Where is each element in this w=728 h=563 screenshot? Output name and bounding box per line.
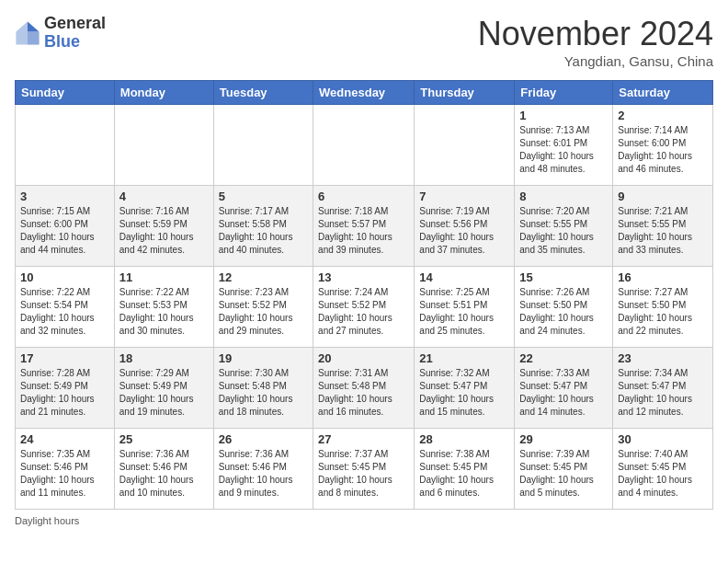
day-info: Sunrise: 7:31 AM Sunset: 5:48 PM Dayligh… bbox=[318, 367, 409, 419]
day-number: 5 bbox=[219, 190, 308, 203]
table-row: 6Sunrise: 7:18 AM Sunset: 5:57 PM Daylig… bbox=[313, 186, 415, 267]
daylight-label: Daylight hours bbox=[15, 515, 79, 526]
day-number: 16 bbox=[618, 270, 708, 284]
col-thursday: Thursday bbox=[415, 81, 515, 105]
table-row: 18Sunrise: 7:29 AM Sunset: 5:49 PM Dayli… bbox=[114, 348, 213, 429]
table-row: 15Sunrise: 7:26 AM Sunset: 5:50 PM Dayli… bbox=[515, 267, 613, 348]
table-row bbox=[415, 105, 515, 186]
table-row bbox=[313, 105, 415, 186]
day-number: 18 bbox=[119, 351, 209, 365]
calendar-header-row: Sunday Monday Tuesday Wednesday Thursday… bbox=[16, 81, 713, 105]
table-row: 25Sunrise: 7:36 AM Sunset: 5:46 PM Dayli… bbox=[114, 429, 213, 510]
day-number: 12 bbox=[219, 270, 308, 284]
day-number: 20 bbox=[318, 351, 409, 365]
day-info: Sunrise: 7:22 AM Sunset: 5:54 PM Dayligh… bbox=[20, 286, 109, 338]
table-row: 29Sunrise: 7:39 AM Sunset: 5:45 PM Dayli… bbox=[515, 429, 613, 510]
day-number: 7 bbox=[419, 190, 509, 203]
logo-general: General bbox=[44, 14, 106, 32]
day-number: 14 bbox=[419, 270, 509, 284]
day-number: 17 bbox=[20, 351, 109, 365]
col-tuesday: Tuesday bbox=[213, 81, 313, 105]
day-number: 29 bbox=[519, 432, 608, 446]
table-row: 27Sunrise: 7:37 AM Sunset: 5:45 PM Dayli… bbox=[313, 429, 415, 510]
logo: General Blue bbox=[15, 15, 106, 52]
day-info: Sunrise: 7:21 AM Sunset: 5:55 PM Dayligh… bbox=[618, 205, 708, 257]
table-row: 11Sunrise: 7:22 AM Sunset: 5:53 PM Dayli… bbox=[114, 267, 213, 348]
day-info: Sunrise: 7:22 AM Sunset: 5:53 PM Dayligh… bbox=[119, 286, 209, 338]
title-section: November 2024 Yangdian, Gansu, China bbox=[478, 15, 713, 69]
day-info: Sunrise: 7:40 AM Sunset: 5:45 PM Dayligh… bbox=[618, 448, 708, 500]
table-row: 17Sunrise: 7:28 AM Sunset: 5:49 PM Dayli… bbox=[16, 348, 115, 429]
table-row: 21Sunrise: 7:32 AM Sunset: 5:47 PM Dayli… bbox=[415, 348, 515, 429]
table-row: 8Sunrise: 7:20 AM Sunset: 5:55 PM Daylig… bbox=[515, 186, 613, 267]
day-info: Sunrise: 7:24 AM Sunset: 5:52 PM Dayligh… bbox=[318, 286, 409, 338]
day-info: Sunrise: 7:17 AM Sunset: 5:58 PM Dayligh… bbox=[219, 205, 308, 257]
day-number: 19 bbox=[219, 351, 308, 365]
day-info: Sunrise: 7:30 AM Sunset: 5:48 PM Dayligh… bbox=[219, 367, 308, 419]
day-number: 27 bbox=[318, 432, 409, 446]
table-row: 5Sunrise: 7:17 AM Sunset: 5:58 PM Daylig… bbox=[213, 186, 313, 267]
day-info: Sunrise: 7:34 AM Sunset: 5:47 PM Dayligh… bbox=[618, 367, 708, 419]
calendar-week-row: 10Sunrise: 7:22 AM Sunset: 5:54 PM Dayli… bbox=[16, 267, 713, 348]
day-info: Sunrise: 7:37 AM Sunset: 5:45 PM Dayligh… bbox=[318, 448, 409, 500]
day-number: 26 bbox=[219, 432, 308, 446]
day-info: Sunrise: 7:29 AM Sunset: 5:49 PM Dayligh… bbox=[119, 367, 209, 419]
table-row: 28Sunrise: 7:38 AM Sunset: 5:45 PM Dayli… bbox=[415, 429, 515, 510]
table-row: 9Sunrise: 7:21 AM Sunset: 5:55 PM Daylig… bbox=[613, 186, 713, 267]
table-row: 20Sunrise: 7:31 AM Sunset: 5:48 PM Dayli… bbox=[313, 348, 415, 429]
table-row: 12Sunrise: 7:23 AM Sunset: 5:52 PM Dayli… bbox=[213, 267, 313, 348]
svg-marker-2 bbox=[16, 21, 28, 44]
day-info: Sunrise: 7:38 AM Sunset: 5:45 PM Dayligh… bbox=[419, 448, 509, 500]
col-sunday: Sunday bbox=[16, 81, 115, 105]
logo-icon bbox=[15, 20, 40, 46]
table-row: 3Sunrise: 7:15 AM Sunset: 6:00 PM Daylig… bbox=[16, 186, 115, 267]
day-number: 8 bbox=[519, 190, 608, 203]
day-info: Sunrise: 7:36 AM Sunset: 5:46 PM Dayligh… bbox=[119, 448, 209, 500]
day-info: Sunrise: 7:15 AM Sunset: 6:00 PM Dayligh… bbox=[20, 205, 109, 257]
calendar-week-row: 1Sunrise: 7:13 AM Sunset: 6:01 PM Daylig… bbox=[16, 105, 713, 186]
table-row: 1Sunrise: 7:13 AM Sunset: 6:01 PM Daylig… bbox=[515, 105, 613, 186]
table-row: 22Sunrise: 7:33 AM Sunset: 5:47 PM Dayli… bbox=[515, 348, 613, 429]
table-row bbox=[213, 105, 313, 186]
calendar-week-row: 24Sunrise: 7:35 AM Sunset: 5:46 PM Dayli… bbox=[16, 429, 713, 510]
day-info: Sunrise: 7:23 AM Sunset: 5:52 PM Dayligh… bbox=[219, 286, 308, 338]
table-row: 4Sunrise: 7:16 AM Sunset: 5:59 PM Daylig… bbox=[114, 186, 213, 267]
table-row: 13Sunrise: 7:24 AM Sunset: 5:52 PM Dayli… bbox=[313, 267, 415, 348]
day-number: 24 bbox=[20, 432, 109, 446]
day-number: 21 bbox=[419, 351, 509, 365]
day-number: 2 bbox=[618, 109, 708, 122]
calendar-table: Sunday Monday Tuesday Wednesday Thursday… bbox=[15, 80, 713, 510]
table-row bbox=[16, 105, 115, 186]
footer: Daylight hours bbox=[15, 515, 713, 526]
col-saturday: Saturday bbox=[613, 81, 713, 105]
table-row: 14Sunrise: 7:25 AM Sunset: 5:51 PM Dayli… bbox=[415, 267, 515, 348]
day-info: Sunrise: 7:39 AM Sunset: 5:45 PM Dayligh… bbox=[519, 448, 608, 500]
svg-marker-0 bbox=[28, 21, 40, 31]
day-info: Sunrise: 7:36 AM Sunset: 5:46 PM Dayligh… bbox=[219, 448, 308, 500]
day-number: 22 bbox=[519, 351, 608, 365]
calendar-week-row: 17Sunrise: 7:28 AM Sunset: 5:49 PM Dayli… bbox=[16, 348, 713, 429]
table-row: 24Sunrise: 7:35 AM Sunset: 5:46 PM Dayli… bbox=[16, 429, 115, 510]
svg-marker-1 bbox=[28, 31, 40, 44]
col-friday: Friday bbox=[515, 81, 613, 105]
day-number: 4 bbox=[119, 190, 209, 203]
day-info: Sunrise: 7:27 AM Sunset: 5:50 PM Dayligh… bbox=[618, 286, 708, 338]
day-number: 1 bbox=[519, 109, 608, 122]
col-monday: Monday bbox=[114, 81, 213, 105]
day-number: 11 bbox=[119, 270, 209, 284]
month-title: November 2024 bbox=[478, 15, 713, 53]
day-number: 3 bbox=[20, 190, 109, 203]
day-info: Sunrise: 7:13 AM Sunset: 6:01 PM Dayligh… bbox=[519, 124, 608, 176]
page-header: General Blue November 2024 Yangdian, Gan… bbox=[15, 15, 713, 69]
day-info: Sunrise: 7:18 AM Sunset: 5:57 PM Dayligh… bbox=[318, 205, 409, 257]
day-info: Sunrise: 7:14 AM Sunset: 6:00 PM Dayligh… bbox=[618, 124, 708, 176]
location: Yangdian, Gansu, China bbox=[478, 53, 713, 69]
day-number: 13 bbox=[318, 270, 409, 284]
table-row: 19Sunrise: 7:30 AM Sunset: 5:48 PM Dayli… bbox=[213, 348, 313, 429]
day-info: Sunrise: 7:20 AM Sunset: 5:55 PM Dayligh… bbox=[519, 205, 608, 257]
day-number: 15 bbox=[519, 270, 608, 284]
calendar-week-row: 3Sunrise: 7:15 AM Sunset: 6:00 PM Daylig… bbox=[16, 186, 713, 267]
table-row: 16Sunrise: 7:27 AM Sunset: 5:50 PM Dayli… bbox=[613, 267, 713, 348]
table-row: 7Sunrise: 7:19 AM Sunset: 5:56 PM Daylig… bbox=[415, 186, 515, 267]
day-info: Sunrise: 7:25 AM Sunset: 5:51 PM Dayligh… bbox=[419, 286, 509, 338]
